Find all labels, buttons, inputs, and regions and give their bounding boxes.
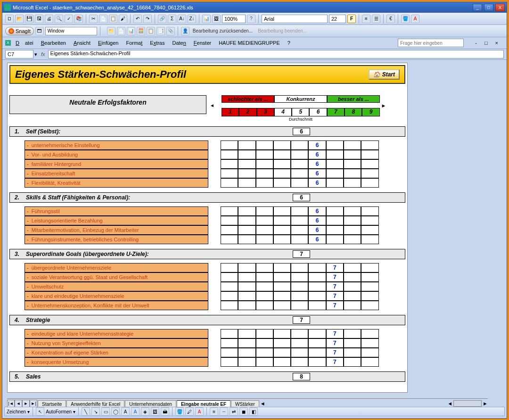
rating-cell[interactable] [291,263,308,272]
rating-cell[interactable] [308,338,326,348]
rating-cell[interactable] [273,301,291,310]
rating-cell[interactable] [221,150,238,159]
rating-cell[interactable] [308,357,326,367]
pointer-icon[interactable]: ↖ [36,407,44,416]
rating-cell[interactable] [326,216,344,225]
rating-cell[interactable] [361,357,378,367]
doc-restore-icon[interactable]: □ [482,39,491,47]
rating-cell[interactable] [344,357,361,367]
rating-cell[interactable] [344,338,361,348]
autoformen-menu[interactable]: AutoFormen [46,409,72,414]
rating-cell[interactable]: 7 [326,338,344,348]
rating-cell[interactable] [221,282,238,291]
name-box[interactable] [5,50,33,58]
rating-cell[interactable] [344,169,361,178]
rating-cell[interactable] [344,216,361,225]
currency-icon[interactable]: € [386,15,395,23]
rating-cell[interactable] [256,178,273,188]
rating-cell[interactable] [308,291,326,301]
rating-cell[interactable] [256,206,273,216]
rating-cell[interactable] [361,282,378,291]
spell-icon[interactable]: ✓ [65,15,73,23]
close-button[interactable]: X [495,4,505,11]
rating-cell[interactable] [361,329,378,338]
rating-cell[interactable] [344,225,361,235]
rating-cell[interactable] [273,235,291,244]
rating-cell[interactable] [344,282,361,291]
rating-cell[interactable] [238,282,255,291]
rating-cell[interactable] [361,338,378,348]
rating-cell[interactable] [273,169,291,178]
rating-cell[interactable] [256,338,273,348]
rating-cell[interactable] [273,140,291,150]
rating-cell[interactable] [291,301,308,310]
app-menu-icon[interactable]: X [5,40,11,46]
rating-cell[interactable] [273,357,291,367]
rating-cell[interactable] [291,206,308,216]
rating-cell[interactable] [291,159,308,169]
rating-cell[interactable] [291,338,308,348]
rating-cell[interactable] [326,169,344,178]
rating-cell[interactable] [238,206,255,216]
arrow-icon[interactable]: ↘ [91,407,100,416]
rating-cell[interactable]: 6 [308,159,326,169]
rating-cell[interactable]: 7 [326,329,344,338]
rating-cell[interactable] [361,159,378,169]
copy-icon[interactable]: 📄 [99,15,107,23]
rating-cell[interactable]: 6 [308,178,326,188]
rating-cell[interactable] [291,329,308,338]
fill-color-icon[interactable]: 🪣 [401,15,410,23]
review-icon[interactable]: 👤 [181,27,189,35]
clipart-icon[interactable]: 🖼 [151,407,159,416]
rating-cell[interactable] [238,348,255,357]
rating-cell[interactable]: 7 [326,272,344,282]
rating-cell[interactable] [361,272,378,282]
rating-cell[interactable] [273,225,291,235]
misc-icon-3[interactable]: 📊 [127,27,135,35]
sort-desc-icon[interactable]: Z↓ [188,15,196,23]
zeichnen-menu[interactable]: Zeichnen [7,409,26,414]
rating-cell[interactable] [326,235,344,244]
rating-cell[interactable] [221,178,238,188]
open-icon[interactable]: 📂 [15,15,24,23]
shadow-icon[interactable]: ◼ [239,407,248,416]
doc-close-icon[interactable]: × [493,39,501,47]
rating-cell[interactable] [238,225,255,235]
rating-cell[interactable] [273,150,291,159]
line-color-icon[interactable]: 🖊 [185,407,194,416]
rating-cell[interactable] [291,357,308,367]
hscroll-track[interactable] [453,400,482,407]
menu-ansicht[interactable]: Ansicht [71,39,93,47]
rating-cell[interactable]: 6 [308,235,326,244]
rating-cell[interactable] [344,291,361,301]
rating-cell[interactable] [308,272,326,282]
tab-nav-first[interactable]: |◄ [7,400,15,407]
rating-cell[interactable] [291,140,308,150]
sort-asc-icon[interactable]: A↓ [178,15,186,23]
bearbeitung-send[interactable]: Bearbeitung zurücksenden... [191,28,254,33]
rating-cell[interactable] [238,272,255,282]
question-box[interactable] [398,39,464,47]
rating-cell[interactable] [361,235,378,244]
rect-icon[interactable]: ▭ [101,407,110,416]
save-icon[interactable]: 💾 [25,15,33,23]
undo-icon[interactable]: ↶ [133,15,142,23]
rating-cell[interactable]: 7 [326,282,344,291]
rating-cell[interactable] [221,272,238,282]
redo-icon[interactable]: ↷ [143,15,152,23]
rating-cell[interactable] [238,263,255,272]
rating-cell[interactable] [273,206,291,216]
rating-cell[interactable] [221,216,238,225]
rating-cell[interactable] [308,282,326,291]
rating-cell[interactable] [308,263,326,272]
rating-cell[interactable] [238,178,255,188]
menu-fenster[interactable]: Fenster [191,39,214,47]
rating-cell[interactable] [361,225,378,235]
rating-cell[interactable] [361,169,378,178]
dash-icon[interactable]: ┄ [220,407,228,416]
rating-cell[interactable] [256,301,273,310]
rating-cell[interactable] [326,159,344,169]
rating-cell[interactable] [361,150,378,159]
tab-nav-last[interactable]: ►| [30,400,37,407]
rating-cell[interactable] [344,348,361,357]
